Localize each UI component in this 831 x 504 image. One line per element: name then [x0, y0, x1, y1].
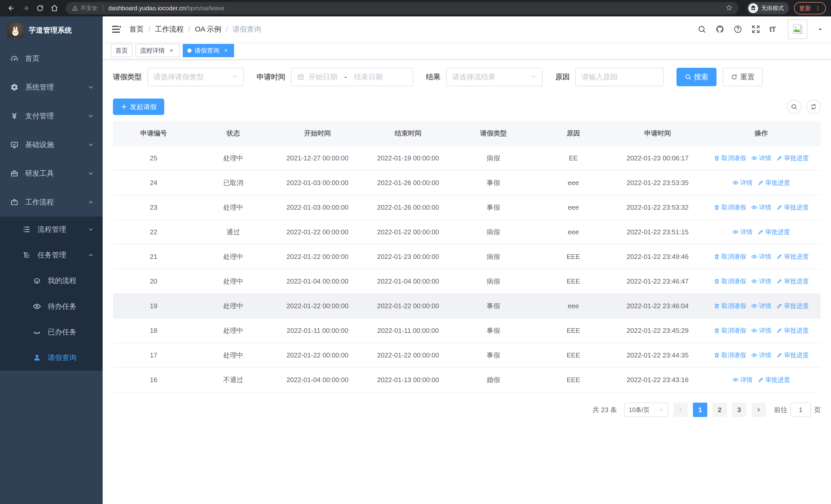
fullscreen-icon[interactable] — [751, 25, 760, 34]
font-size-icon[interactable]: tT — [769, 25, 776, 34]
breadcrumb-item-current: 请假查询 — [232, 24, 261, 34]
tag-首页[interactable]: 首页 — [111, 44, 133, 57]
detail-action-link[interactable]: 详情 — [751, 277, 771, 285]
sidebar-item-基础设施[interactable]: 基础设施 — [0, 130, 103, 159]
close-icon[interactable]: × — [222, 47, 229, 54]
detail-action-link[interactable]: 详情 — [751, 351, 771, 359]
eye-icon — [33, 302, 41, 310]
detail-action-link[interactable]: 详情 — [733, 179, 752, 187]
page-button-1[interactable]: 1 — [693, 403, 707, 417]
toolbox-icon — [10, 169, 19, 178]
cancel-action-link[interactable]: 取消请假 — [714, 253, 746, 261]
progress-action-link[interactable]: 审批进度 — [776, 302, 809, 310]
cell-actions: 取消请假详情审批进度 — [702, 244, 821, 269]
bookmark-star-icon[interactable] — [726, 4, 733, 13]
detail-action-link[interactable]: 详情 — [733, 376, 752, 384]
sidebar-item-请假查询[interactable]: 请假查询 — [0, 345, 103, 370]
browser-reload-button[interactable] — [34, 2, 46, 14]
cancel-action-link[interactable]: 取消请假 — [714, 326, 746, 335]
progress-action-link[interactable]: 审批进度 — [776, 277, 809, 285]
next-page-button[interactable] — [751, 403, 766, 417]
create-leave-button[interactable]: 发起请假 — [113, 98, 164, 115]
result-select[interactable]: 请选择流结果 — [446, 68, 543, 86]
breadcrumb-item[interactable]: 工作流程 — [155, 24, 184, 34]
progress-action-link[interactable]: 审批进度 — [776, 326, 809, 335]
browser-update-button[interactable]: 更新 — [794, 2, 826, 14]
tag-流程详情[interactable]: 流程详情× — [136, 44, 180, 57]
page-size-select[interactable]: 10条/页 — [624, 403, 668, 417]
cancel-action-link[interactable]: 取消请假 — [714, 154, 746, 162]
progress-action-link[interactable]: 审批进度 — [757, 179, 790, 187]
progress-action-link[interactable]: 审批进度 — [776, 203, 809, 211]
detail-action-link[interactable]: 详情 — [733, 228, 752, 236]
sidebar-item-已办任务[interactable]: 已办任务 — [0, 319, 103, 345]
sidebar-item-我的流程[interactable]: 我的流程 — [0, 268, 103, 294]
detail-action-link[interactable]: 详情 — [751, 154, 771, 162]
pen-icon — [776, 278, 782, 284]
toggle-search-button[interactable] — [787, 99, 801, 114]
address-bar[interactable]: 不安全 dashboard.yudao.iocoder.cn/bpm/oa/le… — [66, 2, 739, 14]
trash-icon — [714, 303, 720, 309]
cancel-action-link[interactable]: 取消请假 — [714, 351, 746, 359]
help-icon[interactable] — [734, 25, 742, 34]
cell-apply-time: 2022-01-22 23:53:32 — [613, 195, 702, 220]
apply-time-range-picker[interactable]: 开始日期 - 结束日期 — [291, 68, 413, 86]
cancel-action-link[interactable]: 取消请假 — [714, 203, 746, 211]
cell-start-time: 2022-01-11 00:00:00 — [272, 318, 363, 343]
cell-end-time: 2022-01-26 00:00:00 — [363, 195, 454, 220]
github-icon[interactable] — [716, 25, 724, 34]
search-icon[interactable] — [697, 25, 706, 34]
app-logo-row[interactable]: 芋道管理系统 — [0, 17, 103, 44]
sidebar-item-label: 已办任务 — [48, 327, 77, 337]
progress-action-link[interactable]: 审批进度 — [757, 376, 790, 384]
reason-input[interactable]: 请输入原因 — [575, 68, 664, 86]
browser-toolbar: 不安全 dashboard.yudao.iocoder.cn/bpm/oa/le… — [0, 0, 831, 17]
gauge-icon — [10, 54, 19, 63]
avatar[interactable] — [788, 20, 807, 39]
sidebar-item-工作流程[interactable]: 工作流程 — [0, 188, 103, 216]
detail-action-link[interactable]: 详情 — [751, 253, 771, 261]
sidebar-item-流程管理[interactable]: 流程管理 — [0, 216, 103, 242]
cell-status: 处理中 — [194, 195, 272, 220]
sidebar-item-支付管理[interactable]: ¥支付管理 — [0, 101, 103, 130]
col-reason: 原因 — [533, 121, 613, 146]
sidebar-item-系统管理[interactable]: 系统管理 — [0, 73, 103, 101]
user-icon — [33, 354, 41, 362]
close-icon[interactable]: × — [168, 47, 175, 54]
breadcrumb-item[interactable]: OA 示例 — [195, 24, 222, 34]
browser-back-button[interactable] — [5, 2, 18, 14]
leave-type-label: 请假类型 — [113, 72, 142, 82]
detail-action-link[interactable]: 详情 — [751, 326, 771, 335]
cell-reason: EE — [533, 146, 613, 170]
progress-action-link[interactable]: 审批进度 — [776, 253, 809, 261]
cell-reason: EEE — [533, 269, 613, 294]
tag-请假查询[interactable]: 请假查询× — [183, 44, 234, 57]
page-button-3[interactable]: 3 — [732, 403, 746, 417]
goto-page-input[interactable]: 1 — [791, 403, 811, 417]
progress-action-link[interactable]: 审批进度 — [776, 154, 809, 162]
avatar-caret-icon[interactable] — [818, 25, 823, 34]
refresh-table-button[interactable] — [806, 99, 821, 114]
detail-action-link[interactable]: 详情 — [751, 203, 771, 211]
reset-button[interactable]: 重置 — [723, 68, 763, 86]
progress-action-link[interactable]: 审批进度 — [757, 228, 790, 236]
cell-actions: 取消请假详情审批进度 — [702, 195, 821, 220]
leave-type-select[interactable]: 请选择请假类型 — [147, 68, 244, 86]
cell-leave-type: 婚假 — [454, 367, 534, 392]
detail-action-link[interactable]: 详情 — [751, 302, 771, 310]
browser-forward-button[interactable] — [20, 2, 32, 14]
cancel-action-link[interactable]: 取消请假 — [714, 277, 746, 285]
search-button[interactable]: 搜索 — [677, 68, 717, 86]
sidebar-collapse-icon[interactable] — [111, 24, 121, 34]
sidebar-item-首页[interactable]: 首页 — [0, 44, 103, 73]
cancel-action-link[interactable]: 取消请假 — [714, 302, 746, 310]
security-warning-icon[interactable]: 不安全 — [72, 4, 97, 12]
progress-action-link[interactable]: 审批进度 — [776, 351, 809, 359]
sidebar-item-任务管理[interactable]: 任务管理 — [0, 242, 103, 268]
browser-home-button[interactable] — [48, 2, 61, 14]
page-button-2[interactable]: 2 — [712, 403, 727, 417]
sidebar-item-待办任务[interactable]: 待办任务 — [0, 294, 103, 319]
prev-page-button[interactable] — [674, 403, 688, 417]
sidebar-item-研发工具[interactable]: 研发工具 — [0, 159, 103, 188]
breadcrumb-item[interactable]: 首页 — [130, 24, 144, 34]
